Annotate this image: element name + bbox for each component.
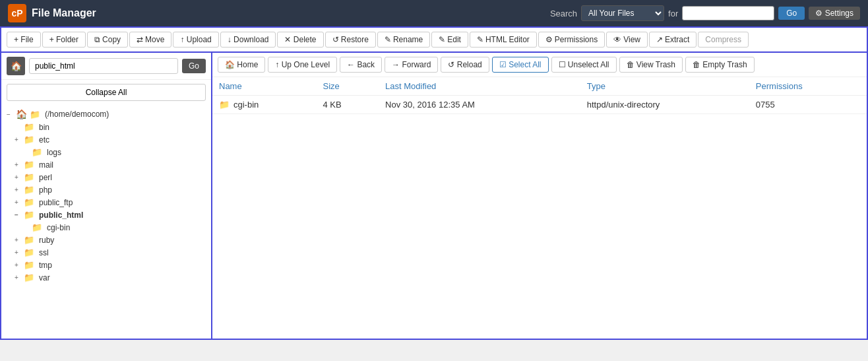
new-file-button[interactable]: + File bbox=[7, 32, 41, 48]
file-modified-cell: Nov 30, 2016 12:35 AM bbox=[379, 96, 580, 114]
upload-button[interactable]: ↑ Upload bbox=[173, 32, 218, 48]
edit-button[interactable]: ✎ Edit bbox=[431, 32, 468, 48]
forward-button[interactable]: → Forward bbox=[385, 57, 438, 73]
tree-item[interactable]: +📁php bbox=[15, 183, 206, 196]
table-row[interactable]: 📁cgi-bin4 KBNov 30, 2016 12:35 AMhttpd/u… bbox=[212, 96, 867, 114]
search-go-button[interactable]: Go bbox=[778, 7, 805, 20]
path-go-button[interactable]: Go bbox=[182, 59, 206, 73]
tree-item[interactable]: +📁var bbox=[15, 271, 206, 284]
expand-icon: + bbox=[15, 161, 21, 168]
folder-icon: 📁 bbox=[24, 247, 34, 257]
reload-button[interactable]: ↺ Reload bbox=[441, 57, 489, 73]
tree-item[interactable]: +📁perl bbox=[15, 171, 206, 183]
tree-item[interactable]: 📁logs bbox=[22, 146, 206, 158]
settings-button[interactable]: ⚙ Settings bbox=[809, 7, 860, 20]
html-editor-button[interactable]: ✎ HTML Editor bbox=[470, 32, 537, 48]
back-button[interactable]: ← Back bbox=[340, 57, 382, 73]
search-scope-select[interactable]: All Your Files Current Directory bbox=[581, 5, 664, 21]
compress-button[interactable]: Compress bbox=[698, 32, 749, 48]
view-button[interactable]: 👁 View bbox=[606, 32, 648, 48]
view-icon: 👁 bbox=[613, 35, 621, 44]
column-header[interactable]: Permissions bbox=[749, 77, 867, 96]
tree-item[interactable]: 📁cgi-bin bbox=[22, 221, 206, 234]
empty-trash-button[interactable]: 🗑 Empty Trash bbox=[685, 57, 755, 73]
tree-item-label: ruby bbox=[39, 236, 54, 245]
view-trash-button[interactable]: 🗑 View Trash bbox=[619, 57, 683, 73]
tree-item-label: php bbox=[39, 185, 52, 195]
permissions-icon: ⚙ bbox=[545, 35, 553, 44]
collapse-all-button[interactable]: Collapse All bbox=[7, 84, 206, 101]
column-header[interactable]: Type bbox=[580, 77, 749, 96]
folder-icon: 📁 bbox=[24, 197, 34, 207]
tree-item[interactable]: +📁tmp bbox=[15, 259, 206, 271]
folder-icon: 📁 bbox=[219, 100, 230, 110]
permissions-button[interactable]: ⚙ Permissions bbox=[538, 32, 605, 48]
restore-button[interactable]: ↺ Restore bbox=[325, 32, 376, 48]
column-header[interactable]: Size bbox=[317, 77, 379, 96]
edit-icon: ✎ bbox=[439, 35, 445, 44]
home-button[interactable]: 🏠 Home bbox=[218, 57, 265, 73]
app-title: File Manager bbox=[32, 7, 96, 19]
tree-item[interactable]: +📁ruby bbox=[15, 234, 206, 246]
expand-icon: + bbox=[15, 249, 21, 256]
expand-icon: + bbox=[15, 136, 21, 143]
extract-button[interactable]: ↗ Extract bbox=[649, 32, 697, 48]
tree-item-label: public_html bbox=[39, 211, 83, 220]
file-size-cell: 4 KB bbox=[317, 96, 379, 114]
main-layout: 🏠 Go Collapse All −🏠📁(/home/democom)📁bin… bbox=[0, 53, 868, 340]
expand-icon: − bbox=[7, 111, 13, 118]
file-permissions-cell: 0755 bbox=[749, 96, 867, 114]
file-table: NameSizeLast ModifiedTypePermissions 📁cg… bbox=[212, 77, 867, 114]
rename-icon: ✎ bbox=[385, 35, 391, 44]
for-label: for bbox=[668, 9, 678, 18]
right-panel: 🏠 Home ↑ Up One Level ← Back → Forward ↺… bbox=[212, 53, 867, 339]
folder-icon: 📁 bbox=[24, 210, 34, 220]
tree-item-label: tmp bbox=[39, 261, 52, 270]
copy-button[interactable]: ⧉ Copy bbox=[87, 32, 128, 48]
tree-item[interactable]: −🏠📁(/home/democom) bbox=[7, 108, 206, 121]
tree-item[interactable]: +📁etc bbox=[15, 133, 206, 146]
file-table-header: NameSizeLast ModifiedTypePermissions bbox=[212, 77, 867, 96]
tree-item-label: public_ftp bbox=[39, 198, 73, 207]
select-all-button[interactable]: ☑ Select All bbox=[492, 57, 549, 73]
column-header[interactable]: Name bbox=[212, 77, 317, 96]
tree-item[interactable]: +📁ssl bbox=[15, 246, 206, 259]
home-icon-button[interactable]: 🏠 bbox=[7, 57, 25, 75]
folder-icon: 📁 bbox=[24, 260, 34, 270]
move-button[interactable]: ⇄ Move bbox=[129, 32, 171, 48]
tree-item[interactable]: +📁mail bbox=[15, 158, 206, 171]
expand-icon: + bbox=[15, 186, 21, 193]
file-tree: −🏠📁(/home/democom)📁bin+📁etc📁logs+📁mail+📁… bbox=[1, 105, 211, 286]
folder-icon: 📁 bbox=[24, 172, 34, 182]
extract-icon: ↗ bbox=[656, 35, 663, 44]
new-folder-button[interactable]: + Folder bbox=[42, 32, 86, 48]
folder-icon: 📁 bbox=[24, 135, 34, 145]
tree-item[interactable]: −📁public_html bbox=[15, 209, 206, 221]
expand-icon: − bbox=[15, 211, 21, 218]
folder-icon: 📁 bbox=[24, 160, 34, 170]
folder-icon: 📁 bbox=[30, 110, 40, 119]
file-name: cgi-bin bbox=[233, 100, 259, 110]
tree-item-label: ssl bbox=[39, 248, 49, 257]
tree-item-label: perl bbox=[39, 173, 52, 182]
search-label: Search bbox=[550, 9, 577, 18]
download-button[interactable]: ↓ Download bbox=[220, 32, 276, 48]
unselect-all-button[interactable]: ☐ Unselect All bbox=[551, 57, 617, 73]
folder-icon: 📁 bbox=[32, 222, 42, 232]
column-header[interactable]: Last Modified bbox=[379, 77, 580, 96]
path-bar: 🏠 Go bbox=[1, 53, 211, 80]
rename-button[interactable]: ✎ Rename bbox=[377, 32, 430, 48]
folder-icon: 📁 bbox=[24, 235, 34, 245]
tree-item-label: cgi-bin bbox=[47, 223, 70, 232]
tree-item[interactable]: +📁public_ftp bbox=[15, 196, 206, 209]
path-input[interactable] bbox=[29, 58, 178, 74]
delete-button[interactable]: ✕ Delete bbox=[277, 32, 323, 48]
file-name-cell: 📁cgi-bin bbox=[212, 96, 317, 114]
folder-icon: 📁 bbox=[24, 122, 34, 132]
tree-item[interactable]: 📁bin bbox=[15, 121, 206, 133]
up-one-level-button[interactable]: ↑ Up One Level bbox=[268, 57, 337, 73]
search-input[interactable] bbox=[682, 6, 774, 20]
expand-icon: + bbox=[15, 199, 21, 206]
copy-icon: ⧉ bbox=[94, 35, 100, 44]
file-type-cell: httpd/unix-directory bbox=[580, 96, 749, 114]
